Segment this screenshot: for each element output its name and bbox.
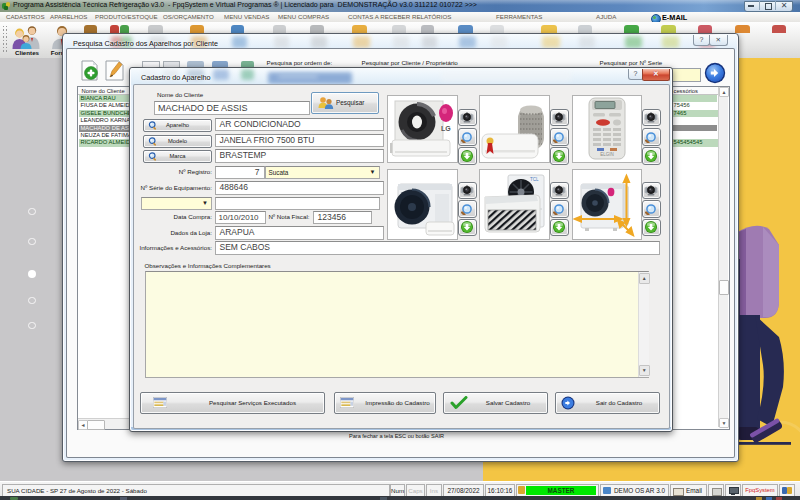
svg-text:TCL: TCL	[530, 177, 539, 182]
svg-text:ELGIN: ELGIN	[600, 152, 614, 157]
svg-text:LG: LG	[441, 125, 451, 132]
